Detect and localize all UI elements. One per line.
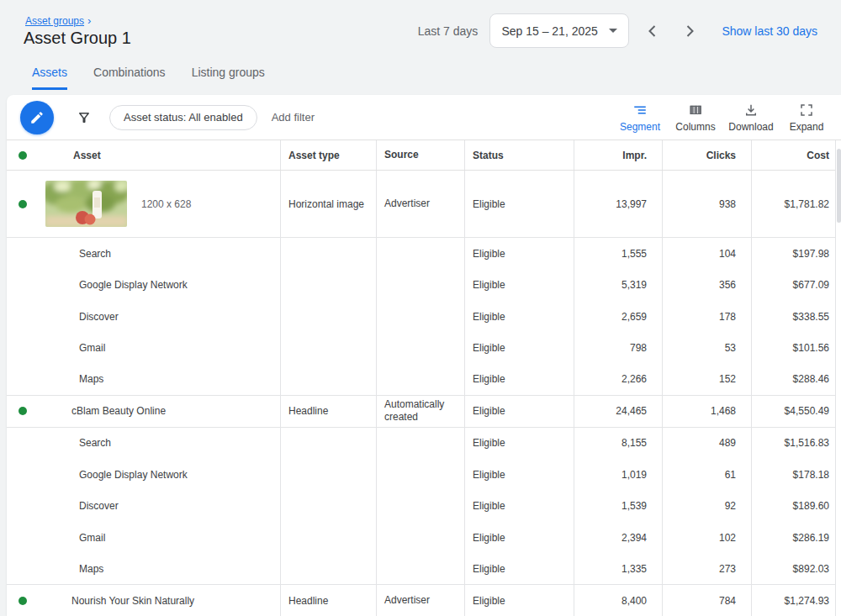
add-filter-button[interactable]: Add filter <box>272 111 315 124</box>
status-cell: Eligible <box>464 522 574 554</box>
clicks-cell: 104 <box>662 238 751 270</box>
filter-button[interactable] <box>77 110 92 125</box>
source-cell <box>376 459 464 491</box>
asset-label: Discover <box>79 311 119 323</box>
filter-funnel-icon <box>77 110 92 125</box>
asset-status-filter-chip[interactable]: Asset status: All enabled <box>109 105 257 130</box>
column-header-asset[interactable]: Asset <box>7 140 280 170</box>
tab-assets[interactable]: Assets <box>32 66 67 90</box>
pencil-icon <box>29 110 45 125</box>
table-row: cBlam Beauty OnlineHeadlineAutomatically… <box>7 396 841 428</box>
column-header-source[interactable]: Source <box>376 140 464 170</box>
cost-cell: $892.03 <box>751 554 835 585</box>
asset-type-cell <box>280 491 376 523</box>
status-dot-icon[interactable] <box>19 597 27 605</box>
action-label: Expand <box>790 121 824 133</box>
table-row: DiscoverEligible2,659178$338.55 <box>7 301 841 333</box>
column-header-cost[interactable]: Cost <box>751 140 835 170</box>
previous-period-button[interactable] <box>643 21 663 41</box>
asset-type-cell <box>280 238 376 270</box>
action-label: Download <box>728 121 773 133</box>
status-dot-icon[interactable] <box>19 407 27 415</box>
asset-thumbnail[interactable] <box>45 181 127 227</box>
column-header-status[interactable]: Status <box>464 140 574 170</box>
tab-combinations[interactable]: Combinations <box>93 66 166 90</box>
clicks-cell: 273 <box>662 554 751 585</box>
clicks-cell: 92 <box>662 491 751 523</box>
status-dot-icon <box>19 151 27 160</box>
asset-type-cell <box>280 522 376 554</box>
cost-cell: $4,550.49 <box>751 396 835 427</box>
next-period-button[interactable] <box>680 21 700 41</box>
impressions-cell: 24,465 <box>574 396 662 427</box>
impressions-cell: 2,394 <box>574 522 662 554</box>
asset-type-cell <box>280 554 376 585</box>
column-header-impr-[interactable]: Impr. <box>574 140 662 170</box>
asset-cell: Google Display Network <box>7 270 280 302</box>
source-cell <box>376 333 464 365</box>
chevron-down-icon <box>609 29 617 33</box>
vertical-scrollbar[interactable] <box>835 140 841 616</box>
asset-type-cell: Headline <box>280 396 376 427</box>
table-actions: SegmentColumnsDownloadExpand <box>612 103 841 133</box>
status-cell: Eligible <box>464 333 574 365</box>
status-cell: Eligible <box>464 301 574 333</box>
tab-listing-groups[interactable]: Listing groups <box>192 66 265 90</box>
status-cell: Eligible <box>464 270 574 302</box>
asset-type-cell <box>280 364 376 395</box>
status-cell: Eligible <box>464 364 574 395</box>
source-cell: Automatically created <box>376 396 464 427</box>
asset-cell: Nourish Your Skin Naturally <box>7 585 280 616</box>
source-cell <box>376 522 464 554</box>
table-row: Google Display NetworkEligible5,319356$6… <box>7 270 841 302</box>
impressions-cell: 1,019 <box>574 459 662 491</box>
column-header-asset-type[interactable]: Asset type <box>280 140 376 170</box>
status-cell: Eligible <box>464 396 574 427</box>
edit-button[interactable] <box>20 101 54 134</box>
assets-table: AssetAsset typeSourceStatusImpr.ClicksCo… <box>7 140 841 616</box>
clicks-cell: 178 <box>662 301 751 333</box>
source-cell <box>376 364 464 395</box>
status-cell: Eligible <box>464 554 574 585</box>
table-row: 1200 x 628Horizontal imageAdvertiserElig… <box>7 171 841 238</box>
clicks-cell: 489 <box>662 428 751 460</box>
table-row: MapsEligible2,266152$288.46 <box>7 364 841 396</box>
asset-cell: cBlam Beauty Online <box>7 396 280 427</box>
asset-type-cell <box>280 459 376 491</box>
asset-label: Maps <box>79 373 103 385</box>
scrollbar-thumb[interactable] <box>837 149 841 223</box>
impressions-cell: 1,335 <box>574 554 662 585</box>
download-button[interactable]: Download <box>723 103 779 133</box>
impressions-cell: 13,997 <box>574 171 662 237</box>
asset-label: Nourish Your Skin Naturally <box>71 595 194 607</box>
clicks-cell: 61 <box>662 459 751 491</box>
chevron-left-icon <box>644 23 661 39</box>
table-row: DiscoverEligible1,53992$189.60 <box>7 491 841 523</box>
asset-type-cell: Horizontal image <box>280 171 376 237</box>
source-cell <box>376 491 464 523</box>
table-header-row: AssetAsset typeSourceStatusImpr.ClicksCo… <box>7 140 841 171</box>
breadcrumb: Asset groups› <box>25 14 91 27</box>
date-range-picker[interactable]: Sep 15 – 21, 2025 <box>489 13 629 48</box>
asset-cell: Maps <box>7 364 280 395</box>
impressions-cell: 2,659 <box>574 301 662 333</box>
column-header-clicks[interactable]: Clicks <box>662 140 751 170</box>
date-range-value: Sep 15 – 21, 2025 <box>501 24 597 38</box>
columns-button[interactable]: Columns <box>668 103 723 133</box>
cost-cell: $1,781.82 <box>751 171 835 237</box>
asset-label: cBlam Beauty Online <box>71 405 166 417</box>
source-cell <box>376 428 464 460</box>
asset-type-cell: Headline <box>280 585 376 616</box>
columns-icon <box>688 103 703 118</box>
status-dot-icon[interactable] <box>19 200 27 208</box>
page-title: Asset Group 1 <box>24 29 131 48</box>
asset-label: Google Display Network <box>79 279 188 291</box>
show-last-30-days-link[interactable]: Show last 30 days <box>722 24 817 38</box>
cost-cell: $189.60 <box>751 491 835 523</box>
date-controls: Last 7 days Sep 15 – 21, 2025 Show last … <box>418 13 817 48</box>
breadcrumb-link[interactable]: Asset groups <box>25 15 84 27</box>
segment-button[interactable]: Segment <box>612 103 668 133</box>
expand-button[interactable]: Expand <box>779 103 834 133</box>
table-row: Nourish Your Skin NaturallyHeadlineAdver… <box>7 585 841 616</box>
download-icon <box>743 103 759 118</box>
